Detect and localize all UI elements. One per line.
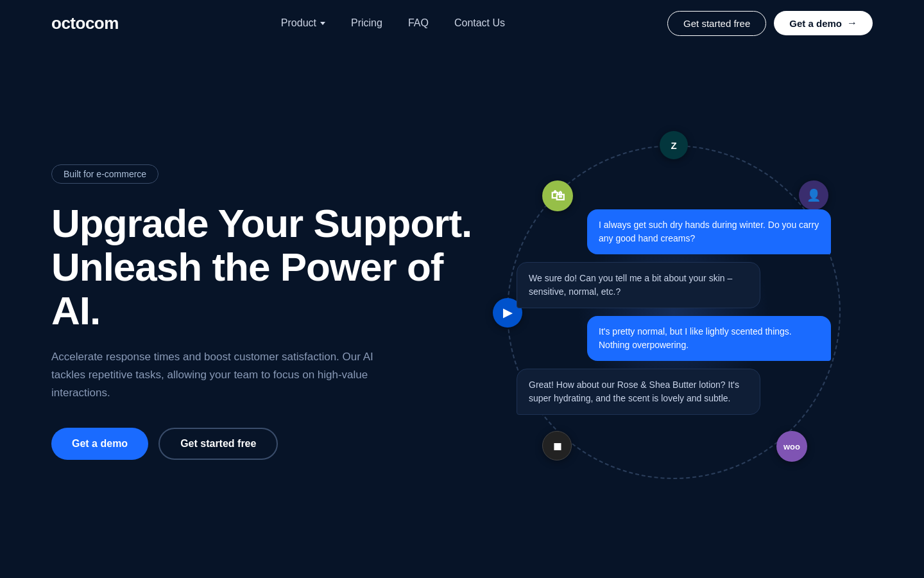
orbit-container: Z 🛍 ▶ ◼ woo 👤 [456, 94, 892, 530]
shopify-icon: 🛍 [542, 180, 573, 211]
profile-icon: 👤 [799, 180, 828, 210]
hero-buttons: Get a demo Get started free [51, 428, 475, 460]
chat-message-2: We sure do! Can you tell me a bit about … [517, 262, 760, 308]
bold-icon: ◼ [542, 431, 572, 460]
get-demo-label: Get a demo [789, 18, 842, 29]
woocommerce-icon: woo [776, 431, 807, 462]
hero-demo-button[interactable]: Get a demo [51, 428, 148, 460]
hero-started-button[interactable]: Get started free [158, 428, 278, 460]
hero-badge: Built for e-commerce [51, 164, 158, 184]
nav-item-faq[interactable]: FAQ [408, 17, 429, 28]
chat-message-3: It's pretty normal, but I like lightly s… [587, 316, 831, 361]
chevron-down-icon [320, 22, 325, 25]
nav-item-contact[interactable]: Contact Us [454, 17, 505, 28]
nav-item-pricing[interactable]: Pricing [351, 17, 382, 28]
nav-item-product[interactable]: Product [281, 17, 325, 29]
arrow-icon: → [847, 17, 857, 29]
nav-links: Product Pricing FAQ Contact Us [281, 17, 505, 29]
hero-section: Built for e-commerce Upgrade Your Suppor… [0, 46, 924, 578]
get-started-button[interactable]: Get started free [667, 11, 766, 36]
hero-visualization: Z 🛍 ▶ ◼ woo 👤 [424, 46, 924, 578]
chat-message-1: I always get such dry hands during winte… [587, 209, 831, 254]
logo[interactable]: octocom [51, 13, 119, 33]
hero-description: Accelerate response times and boost cust… [51, 348, 391, 402]
hero-title: Upgrade Your Support. Unleash the Power … [51, 202, 475, 333]
zendesk-icon: Z [660, 131, 688, 159]
get-demo-button[interactable]: Get a demo → [774, 11, 873, 35]
hero-left: Built for e-commerce Upgrade Your Suppor… [51, 164, 475, 460]
nav-ctas: Get started free Get a demo → [667, 11, 873, 36]
navbar: octocom Product Pricing FAQ Contact Us G… [0, 0, 924, 46]
chat-message-4: Great! How about our Rose & Shea Butter … [517, 369, 760, 415]
chat-area: I always get such dry hands during winte… [517, 209, 831, 415]
nav-product-label[interactable]: Product [281, 17, 316, 29]
